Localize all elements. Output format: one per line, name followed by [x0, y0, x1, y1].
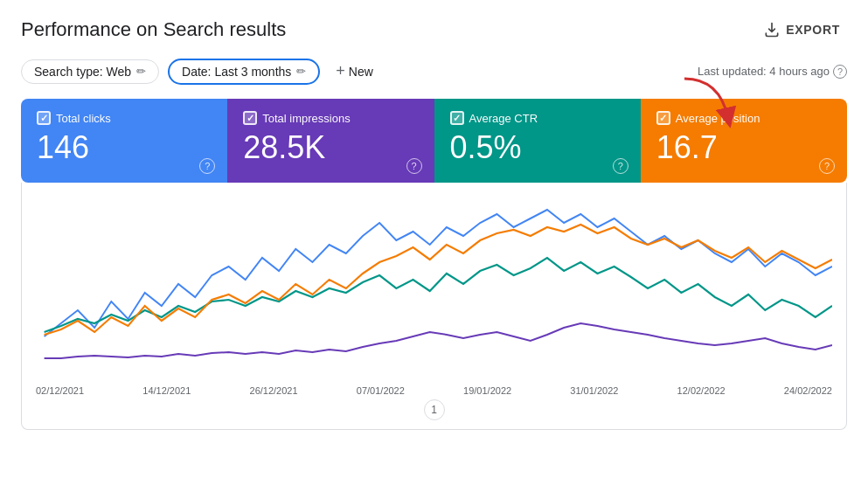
x-label-7: 24/02/2022 — [784, 385, 832, 396]
new-filter-button[interactable]: + New — [329, 58, 380, 85]
page-title: Performance on Search results — [21, 18, 286, 41]
x-label-4: 19/01/2022 — [463, 385, 511, 396]
metric-value-ctr: 0.5% — [450, 130, 625, 165]
metric-value-clicks: 146 — [37, 130, 212, 165]
metric-label-ctr: Average CTR — [469, 112, 538, 125]
x-axis-labels: 02/12/2021 14/12/2021 26/12/2021 07/01/2… — [36, 380, 832, 396]
help-icon[interactable]: ? — [833, 65, 847, 79]
x-label-1: 14/12/2021 — [142, 385, 191, 396]
pencil-icon: ✏ — [136, 65, 146, 78]
chart-container — [36, 197, 832, 380]
metric-help-position[interactable]: ? — [819, 158, 835, 174]
chart-section: 02/12/2021 14/12/2021 26/12/2021 07/01/2… — [21, 183, 847, 430]
metric-label-clicks: Total clicks — [56, 112, 111, 125]
metric-label-position: Average position — [676, 112, 760, 125]
export-icon — [763, 21, 781, 38]
metric-value-position: 16.7 — [656, 130, 831, 165]
metrics-row: Total clicks 146 ? Total impressions 28.… — [21, 99, 847, 183]
page-indicator[interactable]: 1 — [424, 399, 445, 420]
export-button[interactable]: EXPORT — [756, 17, 847, 42]
metric-label-impressions: Total impressions — [262, 112, 350, 125]
search-type-filter[interactable]: Search type: Web ✏ — [21, 59, 159, 84]
metric-card-total-clicks[interactable]: Total clicks 146 ? — [21, 99, 227, 183]
x-label-6: 12/02/2022 — [677, 385, 726, 396]
metric-checkbox-impressions[interactable] — [243, 111, 257, 125]
filters-row: Search type: Web ✏ Date: Last 3 months ✏… — [21, 58, 847, 85]
performance-chart — [36, 197, 832, 380]
last-updated: Last updated: 4 hours ago ? — [698, 65, 847, 79]
plus-icon: + — [336, 62, 345, 80]
metric-help-ctr[interactable]: ? — [613, 158, 628, 174]
x-label-5: 31/01/2022 — [570, 385, 618, 396]
metric-card-ctr[interactable]: Average CTR 0.5% ? — [434, 99, 641, 183]
metric-card-position[interactable]: Average position 16.7 ? — [641, 99, 847, 183]
x-label-2: 26/12/2021 — [250, 385, 298, 396]
metric-help-impressions[interactable]: ? — [406, 158, 422, 174]
metric-card-impressions[interactable]: Total impressions 28.5K ? — [227, 99, 434, 183]
x-label-3: 07/01/2022 — [357, 385, 405, 396]
metric-help-clicks[interactable]: ? — [199, 158, 215, 174]
date-filter[interactable]: Date: Last 3 months ✏ — [168, 59, 320, 85]
metric-value-impressions: 28.5K — [243, 130, 418, 165]
metric-checkbox-clicks[interactable] — [37, 111, 51, 125]
metric-checkbox-position[interactable] — [656, 111, 670, 125]
x-label-0: 02/12/2021 — [36, 385, 84, 396]
pencil-icon: ✏ — [296, 65, 306, 78]
metric-checkbox-ctr[interactable] — [450, 111, 464, 125]
